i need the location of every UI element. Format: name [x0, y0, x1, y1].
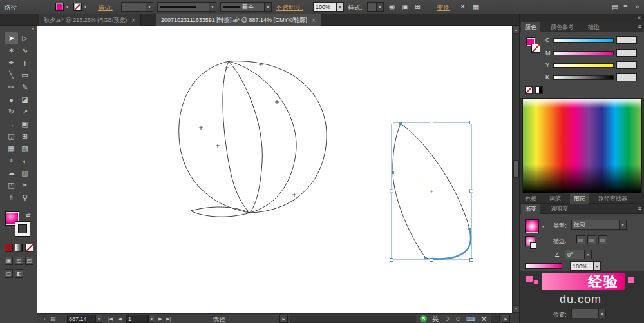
channel-k-value-field[interactable]: [616, 73, 637, 81]
screen-mode-button[interactable]: ▢: [5, 269, 13, 278]
artboard-tool[interactable]: ◳: [5, 179, 18, 191]
stroke-panel-link[interactable]: 描边:: [98, 3, 113, 12]
toolbar-collapse-icon[interactable]: »: [32, 26, 34, 32]
gradient-type-combo[interactable]: 径向 ▼: [571, 220, 627, 230]
draw-normal-button[interactable]: ▣: [5, 257, 13, 265]
opacity-link[interactable]: 不透明度:: [276, 3, 303, 12]
fill-color-swatch[interactable]: [55, 3, 64, 11]
hand-tool[interactable]: ✌: [5, 191, 18, 204]
rotate-tool[interactable]: ↻: [5, 106, 18, 118]
selection-handle-nw[interactable]: [390, 121, 393, 124]
scroll-right-arrow-icon[interactable]: ▶: [502, 315, 510, 323]
paintbrush-tool[interactable]: ✏: [5, 81, 18, 93]
direct-selection-tool[interactable]: ▷: [18, 32, 32, 44]
none-swatch[interactable]: [525, 86, 533, 94]
zoom-level-field[interactable]: [67, 315, 95, 323]
eraser-tool[interactable]: ◪: [18, 93, 32, 106]
gradient-stroke-across-icon[interactable]: [598, 235, 607, 244]
channel-m-slider[interactable]: [553, 51, 614, 55]
perspective-grid-tool[interactable]: ⊞: [18, 130, 32, 142]
artboard-number-field[interactable]: [126, 315, 148, 323]
next-artboard-icon[interactable]: ▶: [158, 317, 162, 322]
blend-tool[interactable]: ◐: [18, 155, 32, 167]
pencil-tool[interactable]: ✎: [18, 81, 32, 93]
petal-anchor-top[interactable]: [399, 122, 402, 125]
scroll-left-arrow-icon[interactable]: ▶: [279, 315, 288, 323]
column-graph-tool[interactable]: ▥: [18, 167, 32, 179]
selection-tool[interactable]: ➤: [5, 32, 18, 44]
lasso-tool[interactable]: ∿: [18, 44, 32, 57]
location-dropdown-icon[interactable]: ▼: [598, 309, 605, 318]
close-tab-icon[interactable]: ×: [131, 17, 135, 24]
opacity-dropdown-icon[interactable]: ▼: [336, 3, 343, 11]
channel-c-slider[interactable]: [553, 38, 614, 43]
gradient-swatch-dropdown-icon[interactable]: ▼: [540, 222, 546, 230]
stroke-dropdown-icon[interactable]: ▼: [82, 3, 88, 11]
screen-mode-full-button[interactable]: ◧: [15, 269, 23, 278]
workspace-menu-icon[interactable]: ▤: [612, 3, 618, 10]
gradient-panel-menu-icon[interactable]: ≡: [638, 206, 641, 211]
distribute-icon[interactable]: ▦: [473, 3, 479, 10]
tab-color[interactable]: 颜色: [521, 22, 540, 32]
gradient-opacity-combo[interactable]: 100% ▼: [570, 261, 601, 271]
toolbar-stroke-swatch[interactable]: [15, 222, 30, 236]
gradient-mode-button[interactable]: [15, 244, 23, 252]
magic-wand-tool[interactable]: ✶: [5, 44, 18, 57]
close-tab-icon[interactable]: ×: [312, 17, 316, 24]
petal-anchor-left[interactable]: [392, 171, 394, 174]
channel-m-value-field[interactable]: [616, 49, 637, 57]
gradient-angle-combo[interactable]: 0° ▼: [565, 250, 592, 259]
channel-c-value-field[interactable]: [616, 36, 637, 44]
previous-artboard-icon[interactable]: ◀: [118, 317, 122, 322]
artboard-nav-icon[interactable]: ▭: [40, 316, 46, 322]
stroke-color-swatch[interactable]: [73, 3, 82, 11]
gradient-swatch[interactable]: [525, 219, 539, 233]
zoom-dropdown-icon[interactable]: ▼: [95, 315, 102, 323]
none-mode-button[interactable]: [25, 244, 33, 252]
draw-inside-button[interactable]: ◰: [25, 257, 33, 265]
free-transform-tool[interactable]: ▣: [18, 118, 32, 130]
ime-toolbox-icon[interactable]: ⚒: [481, 316, 487, 322]
selection-handle-sw[interactable]: [390, 259, 393, 262]
gradient-type-dropdown-icon[interactable]: ▼: [619, 220, 626, 229]
brush-dropdown-icon[interactable]: ▼: [264, 3, 271, 11]
line-segment-tool[interactable]: ╲: [5, 69, 18, 81]
selection-handle-se[interactable]: [470, 259, 473, 262]
gradient-stroke-along-icon[interactable]: [587, 235, 596, 244]
black-white-swatch[interactable]: [535, 86, 543, 94]
vertical-scroll-thumb[interactable]: [513, 160, 519, 178]
tab-brushes[interactable]: 画笔: [545, 193, 565, 204]
channel-y-slider[interactable]: [553, 63, 614, 68]
petal-anchor-right[interactable]: [468, 228, 471, 230]
selection-handle-ne[interactable]: [470, 121, 473, 124]
selection-handle-e[interactable]: [470, 190, 473, 193]
channel-k-slider[interactable]: [553, 75, 614, 80]
gradient-ramp[interactable]: [525, 263, 562, 269]
fill-dropdown-icon[interactable]: ▼: [64, 3, 70, 11]
mesh-tool[interactable]: ▦: [5, 142, 18, 155]
ime-moon-icon[interactable]: ☽: [444, 316, 450, 322]
zoom-tool[interactable]: ⚲: [18, 191, 32, 204]
color-panel-menu-icon[interactable]: ≡: [638, 24, 641, 30]
recolor-artwork-icon[interactable]: ◉: [389, 3, 395, 10]
tab-swatches[interactable]: 色板: [521, 193, 540, 204]
gradient-opacity-dropdown-icon[interactable]: ▼: [593, 262, 600, 270]
angle-dropdown-icon[interactable]: ▼: [584, 250, 591, 259]
tab-pathfinder[interactable]: 路径查找器: [594, 193, 631, 204]
brush-definition-combo[interactable]: 基本 ▼: [220, 2, 272, 12]
ime-emoji-icon[interactable]: ☺: [455, 316, 461, 322]
scale-tool[interactable]: ↗: [18, 106, 32, 118]
shape-builder-tool[interactable]: ◱: [5, 130, 18, 142]
color-mode-button[interactable]: [5, 244, 13, 252]
rectangle-tool[interactable]: ▭: [18, 69, 32, 81]
stroke-width-dropdown-icon[interactable]: ▼: [146, 3, 153, 11]
tab-transparency[interactable]: 透明度: [547, 204, 572, 214]
tab-stroke[interactable]: 描边: [584, 22, 603, 32]
gradient-stroke-option-icon[interactable]: [576, 235, 585, 244]
color-spectrum[interactable]: [522, 98, 642, 193]
collapse-panels-icon[interactable]: »: [635, 3, 639, 10]
style-dropdown-icon[interactable]: ▼: [376, 3, 383, 11]
eyedropper-tool[interactable]: ⌖: [5, 155, 18, 167]
gradient-tool[interactable]: ▧: [18, 142, 32, 155]
artboard-dropdown-icon[interactable]: ▼: [148, 315, 155, 323]
